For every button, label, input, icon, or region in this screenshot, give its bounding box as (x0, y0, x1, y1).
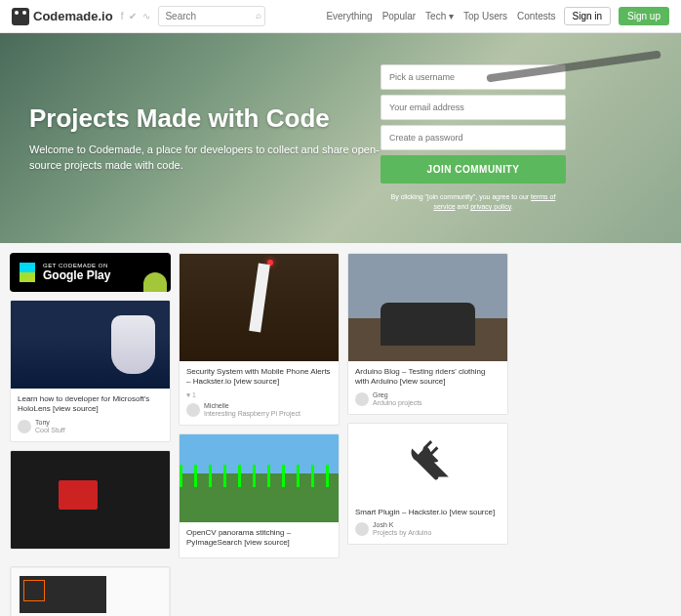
hero-title: Projects Made with Code (29, 103, 381, 134)
project-card[interactable]: Learn how to developer for Microsoft's H… (10, 300, 171, 442)
grid-col-1: GET CODEMADE ON Google Play Learn how to… (10, 253, 171, 550)
email-field[interactable] (381, 95, 566, 120)
search-icon[interactable]: ⌕ (256, 10, 261, 21)
project-grid: GET CODEMADE ON Google Play Learn how to… (0, 243, 681, 616)
password-field[interactable] (381, 125, 566, 150)
card-image (348, 424, 507, 502)
username-field[interactable] (381, 64, 566, 90)
project-card[interactable]: Arduino Blog – Testing riders' clothing … (347, 253, 508, 415)
robot-icon (12, 8, 29, 25)
join-community-button[interactable]: JOIN COMMUNITY (381, 155, 566, 184)
avatar (186, 403, 200, 417)
signin-button[interactable]: Sign in (564, 7, 612, 25)
card-title: Smart Plugin – Hackster.io [view source] (355, 508, 501, 517)
brand-name: Codemade.io (33, 9, 113, 23)
brand-logo[interactable]: Codemade.io (12, 8, 113, 25)
nav-tech[interactable]: Tech ▾ (425, 11, 454, 21)
card-image (11, 451, 170, 549)
facebook-icon[interactable]: f (121, 11, 124, 21)
nav-contests[interactable]: Contests (517, 11, 555, 21)
project-card[interactable]: Object tracking by color with Python and… (10, 566, 171, 616)
social-links: f ✔ ∿ (121, 11, 151, 21)
like-count: ♥ 1 (186, 391, 332, 398)
card-image (11, 567, 170, 616)
project-card[interactable]: Security System with Mobile Phone Alerts… (179, 253, 340, 426)
twitter-icon[interactable]: ✔ (129, 11, 137, 21)
avatar (18, 420, 31, 433)
play-icon (20, 263, 35, 282)
nav-popular[interactable]: Popular (382, 11, 416, 21)
project-card[interactable]: OpenCV panorama stitching – PyImageSearc… (179, 433, 340, 559)
project-card[interactable] (10, 450, 171, 550)
card-title: Arduino Blog – Testing riders' clothing … (355, 367, 501, 388)
avatar (355, 522, 369, 536)
project-card[interactable]: Smart Plugin – Hackster.io [view source]… (347, 423, 508, 545)
card-image (11, 301, 170, 389)
card-image (180, 254, 339, 361)
hero-copy: Projects Made with Code Welcome to Codem… (29, 103, 381, 174)
avatar (355, 392, 369, 406)
main-nav: Everything Popular Tech ▾ Top Users Cont… (326, 11, 555, 21)
grid-col-2: Security System with Mobile Phone Alerts… (179, 253, 340, 558)
hero: Projects Made with Code Welcome to Codem… (0, 33, 681, 243)
grid-col-4: Object tracking by color with Python and… (10, 566, 171, 616)
android-icon (143, 272, 167, 292)
signup-form: JOIN COMMUNITY By clicking "join communi… (381, 64, 566, 212)
card-title: Security System with Mobile Phone Alerts… (186, 367, 332, 388)
search-box: ⌕ (158, 6, 265, 26)
signup-button[interactable]: Sign up (619, 7, 669, 25)
wrench-icon (404, 438, 453, 487)
tos-text: By clicking "join community", you agree … (381, 192, 566, 212)
rss-icon[interactable]: ∿ (142, 11, 150, 21)
header: Codemade.io f ✔ ∿ ⌕ Everything Popular T… (0, 0, 681, 33)
privacy-link[interactable]: privacy policy (470, 203, 511, 210)
card-image (180, 434, 339, 522)
search-input[interactable] (158, 6, 265, 26)
google-play-badge[interactable]: GET CODEMADE ON Google Play (10, 253, 171, 292)
nav-topusers[interactable]: Top Users (463, 11, 507, 21)
card-image (348, 254, 507, 361)
card-title: OpenCV panorama stitching – PyImageSearc… (186, 528, 332, 549)
hero-subtitle: Welcome to Codemade, a place for develop… (29, 142, 381, 174)
card-title: Learn how to developer for Microsoft's H… (18, 394, 163, 415)
nav-everything[interactable]: Everything (326, 11, 372, 21)
grid-col-3: Arduino Blog – Testing riders' clothing … (347, 253, 508, 545)
